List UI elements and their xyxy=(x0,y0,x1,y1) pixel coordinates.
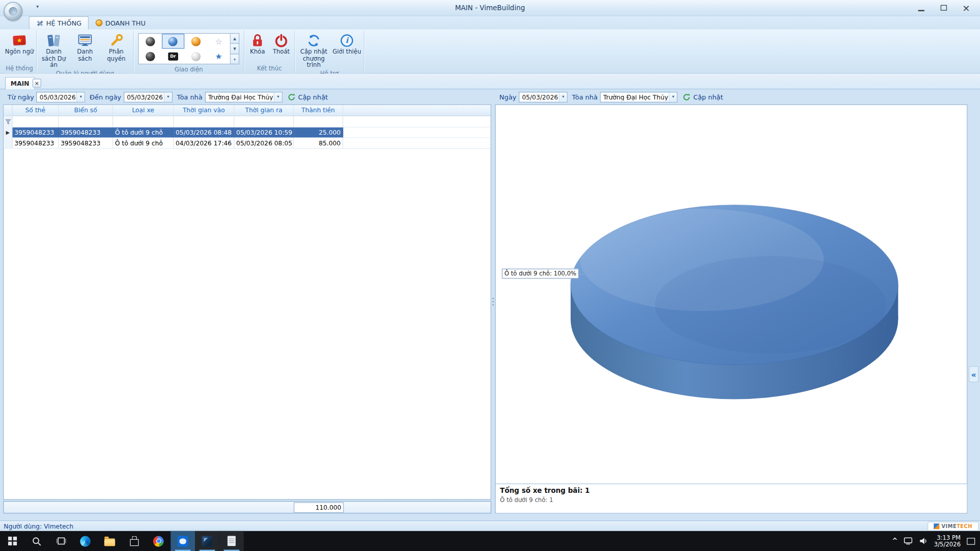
tab-doanh-thu[interactable]: DOANH THU xyxy=(89,16,152,30)
tab-main-document[interactable]: MAIN xyxy=(5,77,35,89)
cell-time-out[interactable]: 05/03/2026 10:59 xyxy=(234,128,293,138)
file-explorer-icon xyxy=(104,538,115,546)
tab-close-button[interactable]: × xyxy=(33,79,41,87)
cell-card[interactable]: 3959048233 xyxy=(12,128,59,138)
taskbar-edge-button[interactable] xyxy=(73,531,97,551)
cap-nhat-chuong-trinh-button[interactable]: Cập nhật chương trình xyxy=(296,31,331,68)
taskbar-vimebuilding-button[interactable] xyxy=(195,531,219,551)
cell-type[interactable]: Ô tô dưới 9 chỗ xyxy=(113,128,174,138)
tray-monitor-icon[interactable] xyxy=(904,537,913,545)
start-button[interactable] xyxy=(0,531,24,551)
cell-time-out[interactable]: 05/03/2026 08:05 xyxy=(234,138,293,148)
summary-section: Tổng số xe trong bãi: 1 Ô tô dưới 9 chỗ:… xyxy=(496,484,967,513)
thoat-button[interactable]: Thoát xyxy=(270,31,293,55)
taskbar-notepad-button[interactable] xyxy=(219,531,244,551)
taskbar-file-explorer-button[interactable] xyxy=(97,531,122,551)
pie-chart-area: Ô tô dưới 9 chỗ: 100,0% xyxy=(496,105,967,484)
theme-sphere-orange-icon[interactable] xyxy=(184,34,207,48)
filter-cell[interactable] xyxy=(59,116,113,127)
show-hidden-icons-button[interactable]: ^ xyxy=(892,537,897,545)
close-button[interactable]: × xyxy=(956,1,976,14)
col-header-thoi-gian-vao[interactable]: Thời gian vào xyxy=(174,105,234,116)
minimize-button[interactable] xyxy=(911,1,931,14)
taskbar-search-button[interactable] xyxy=(24,531,49,551)
chevron-down-icon[interactable]: ▾ xyxy=(559,92,567,102)
building-combo[interactable]: Trường Đại Học Thủy Lợi ▾ xyxy=(205,91,283,102)
cell-type[interactable]: Ô tô dưới 9 chỗ xyxy=(113,138,174,148)
ribbon: ★ Ngôn ngữ Hệ thống Dan xyxy=(0,30,980,74)
cell-plate[interactable]: 3959048233 xyxy=(59,128,113,138)
cell-plate[interactable]: 3959048233 xyxy=(59,138,113,148)
khoa-button[interactable]: Khóa xyxy=(246,31,270,55)
cell-card[interactable]: 3959048233 xyxy=(12,138,59,148)
maximize-icon xyxy=(941,5,947,11)
action-center-icon[interactable] xyxy=(967,538,975,544)
panel-splitter[interactable] xyxy=(491,89,495,513)
task-view-button[interactable] xyxy=(49,531,74,551)
chevron-down-icon[interactable]: ▾ xyxy=(669,92,677,102)
filter-cell[interactable] xyxy=(174,116,234,127)
app-logo-icon[interactable] xyxy=(4,2,22,21)
group-label: Hệ thống xyxy=(3,64,36,73)
cell-time-in[interactable]: 04/03/2026 17:46 xyxy=(174,138,234,148)
filter-cell[interactable] xyxy=(113,116,174,127)
system-tray: ^ 3:13 PM 3/5/2026 xyxy=(892,531,980,551)
theme-sphere-light-icon[interactable] xyxy=(184,49,207,64)
gallery-scroll-down-button[interactable]: ▼ xyxy=(231,43,239,54)
update-button[interactable]: Cập nhật xyxy=(287,93,328,101)
col-header-so-the[interactable]: Số thẻ xyxy=(12,105,59,116)
right-filter-bar: Ngày 05/03/2026 ▾ Tòa nhà Trường Đại Học… xyxy=(495,89,968,104)
filter-funnel-icon xyxy=(5,118,11,124)
taskbar-chrome-button[interactable] xyxy=(146,531,171,551)
filter-cell[interactable] xyxy=(12,116,59,127)
group-label: Giao diện xyxy=(134,65,244,73)
refresh-icon xyxy=(287,93,296,101)
ngon-ngu-button[interactable]: ★ Ngôn ngữ xyxy=(4,31,35,55)
tab-he-thong[interactable]: HỆ THỐNG xyxy=(29,16,89,30)
gallery-dropdown-button[interactable]: ▾ xyxy=(231,54,239,64)
date-combo[interactable]: 05/03/2026 ▾ xyxy=(519,91,568,102)
vimebuilding-app-icon xyxy=(202,536,213,546)
theme-star-blue-icon[interactable]: ★ xyxy=(207,49,230,64)
chevron-down-icon[interactable]: ▾ xyxy=(274,92,282,102)
chevron-down-icon[interactable]: ▾ xyxy=(77,92,85,102)
cell-time-in[interactable]: 05/03/2026 08:48 xyxy=(174,128,234,138)
maximize-button[interactable] xyxy=(934,1,953,14)
col-header-bien-so[interactable]: Biển số xyxy=(59,105,113,116)
gioi-thieu-button[interactable]: i Giới thiệu xyxy=(331,31,362,55)
theme-dr-badge-icon[interactable]: Dr xyxy=(162,49,185,64)
col-header-thoi-gian-ra[interactable]: Thời gian ra xyxy=(234,105,293,116)
to-date-combo[interactable]: 05/03/2026 ▾ xyxy=(124,91,173,102)
taskbar-blue-app-button[interactable] xyxy=(170,531,195,551)
taskbar-store-button[interactable] xyxy=(122,531,146,551)
col-header-thanh-tien[interactable]: Thành tiền xyxy=(294,105,344,116)
theme-sphere-dark-icon[interactable] xyxy=(139,49,162,64)
gallery-scroll-up-button[interactable]: ▲ xyxy=(231,33,239,43)
theme-star-silver-icon[interactable]: ☆ xyxy=(207,34,230,48)
theme-sphere-blue-selected-icon[interactable] xyxy=(162,34,185,48)
tray-time-text: 3:13 PM xyxy=(934,534,961,541)
table-row[interactable]: 3959048233 3959048233 Ô tô dưới 9 chỗ 04… xyxy=(4,138,491,149)
col-header-loai-xe[interactable]: Loại xe xyxy=(113,105,174,116)
filter-cell[interactable] xyxy=(294,116,344,127)
update-refresh-icon xyxy=(306,33,321,47)
update-button[interactable]: Cập nhật xyxy=(682,93,723,101)
button-label: Phân quyền xyxy=(101,49,132,62)
danh-sach-du-an-button[interactable]: Danh sách Dự án xyxy=(38,31,69,68)
quick-access-dropdown-icon[interactable]: ▾ xyxy=(36,4,39,9)
button-label: Ngôn ngữ xyxy=(5,49,34,56)
app-window: ▾ MAIN - VimeBuilding × HỆ THỐNG DOANH T… xyxy=(0,0,980,551)
danh-sach-button[interactable]: Danh sách xyxy=(69,31,101,62)
cell-amount[interactable]: 85.000 xyxy=(294,138,344,148)
chevron-down-icon[interactable]: ▾ xyxy=(164,92,172,102)
from-date-combo[interactable]: 05/03/2026 ▾ xyxy=(36,91,85,102)
building-combo[interactable]: Trường Đại Học Thủy Lợi ▾ xyxy=(600,91,678,102)
tray-clock[interactable]: 3:13 PM 3/5/2026 xyxy=(934,534,961,548)
theme-sphere-black-icon[interactable] xyxy=(139,34,162,48)
filter-cell[interactable] xyxy=(234,116,293,127)
volume-icon[interactable] xyxy=(919,537,927,545)
table-row-selected[interactable]: ▶ 3959048233 3959048233 Ô tô dưới 9 chỗ … xyxy=(4,128,491,138)
collapse-panel-button[interactable]: « xyxy=(969,366,979,383)
phan-quyen-button[interactable]: Phân quyền xyxy=(101,31,132,62)
cell-amount[interactable]: 25.000 xyxy=(294,128,344,138)
